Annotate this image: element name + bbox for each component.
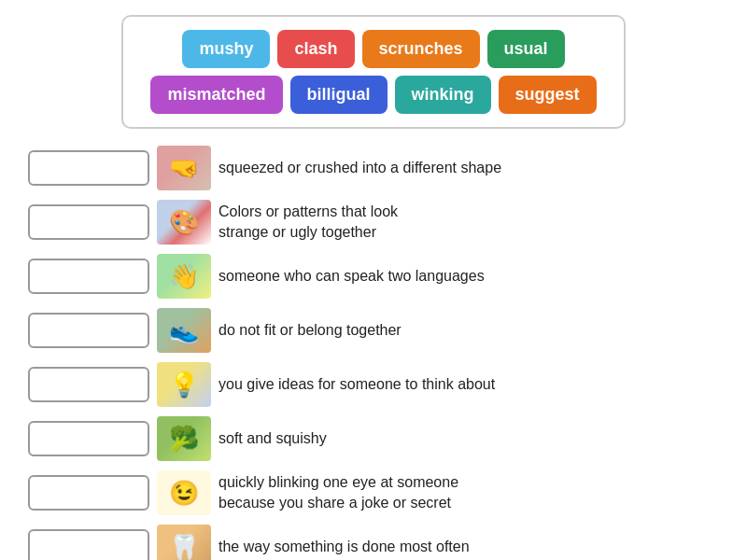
- def-text-def-suggest: you give ideas for someone to think abou…: [218, 374, 495, 395]
- word-chip-clash[interactable]: clash: [277, 30, 354, 68]
- answer-box-def-winking[interactable]: [28, 475, 149, 511]
- definition-row-def-suggest: 💡you give ideas for someone to think abo…: [28, 360, 719, 409]
- def-image-def-mismatched: 👟: [157, 308, 211, 353]
- def-image-def-clash: 🎨: [157, 200, 211, 245]
- answer-box-def-suggest[interactable]: [28, 367, 149, 402]
- word-chip-scrunches[interactable]: scrunches: [362, 30, 480, 68]
- def-image-def-suggest: 💡: [157, 362, 211, 407]
- answer-box-def-bilingual[interactable]: [28, 259, 149, 294]
- def-image-def-scrunches: 🤜: [157, 146, 211, 190]
- word-chip-usual[interactable]: usual: [487, 30, 565, 68]
- definition-row-def-bilingual: 👋someone who can speak two languages: [28, 252, 719, 301]
- def-text-def-scrunches: squeezed or crushed into a different sha…: [218, 158, 501, 178]
- answer-box-def-usual[interactable]: [28, 529, 149, 560]
- word-chip-winking[interactable]: winking: [395, 76, 491, 114]
- def-image-def-bilingual: 👋: [157, 254, 211, 299]
- word-chip-billigual[interactable]: billigual: [290, 76, 388, 114]
- def-text-def-mushy: soft and squishy: [218, 428, 327, 449]
- definition-row-def-usual: 🦷the way something is done most often: [28, 523, 719, 560]
- definition-row-def-mismatched: 👟do not fit or belong together: [28, 306, 719, 355]
- def-image-def-usual: 🦷: [157, 525, 211, 560]
- definitions-list: 🤜squeezed or crushed into a different sh…: [28, 144, 719, 560]
- answer-box-def-clash[interactable]: [28, 204, 149, 240]
- definition-row-def-scrunches: 🤜squeezed or crushed into a different sh…: [28, 144, 719, 192]
- def-image-def-winking: 😉: [157, 470, 211, 515]
- def-text-def-usual: the way something is done most often: [218, 537, 470, 557]
- word-chip-mushy[interactable]: mushy: [182, 30, 270, 68]
- answer-box-def-mismatched[interactable]: [28, 313, 149, 348]
- def-image-def-mushy: 🥦: [157, 416, 211, 461]
- answer-box-def-scrunches[interactable]: [28, 150, 149, 186]
- word-chip-mismatched[interactable]: mismatched: [150, 76, 282, 114]
- word-chip-suggest[interactable]: suggest: [499, 76, 597, 114]
- def-text-def-mismatched: do not fit or belong together: [218, 320, 402, 341]
- def-text-def-winking: quickly blinking one eye at someone beca…: [218, 472, 458, 514]
- definition-row-def-winking: 😉quickly blinking one eye at someone bec…: [28, 469, 719, 517]
- word-bank: mushyclashscrunchesusualmismatchedbillig…: [121, 15, 626, 129]
- definition-row-def-mushy: 🥦soft and squishy: [28, 414, 719, 463]
- def-text-def-bilingual: someone who can speak two languages: [218, 266, 485, 287]
- answer-box-def-mushy[interactable]: [28, 421, 149, 456]
- definition-row-def-clash: 🎨Colors or patterns that look strange or…: [28, 198, 719, 246]
- def-text-def-clash: Colors or patterns that look strange or …: [218, 202, 398, 244]
